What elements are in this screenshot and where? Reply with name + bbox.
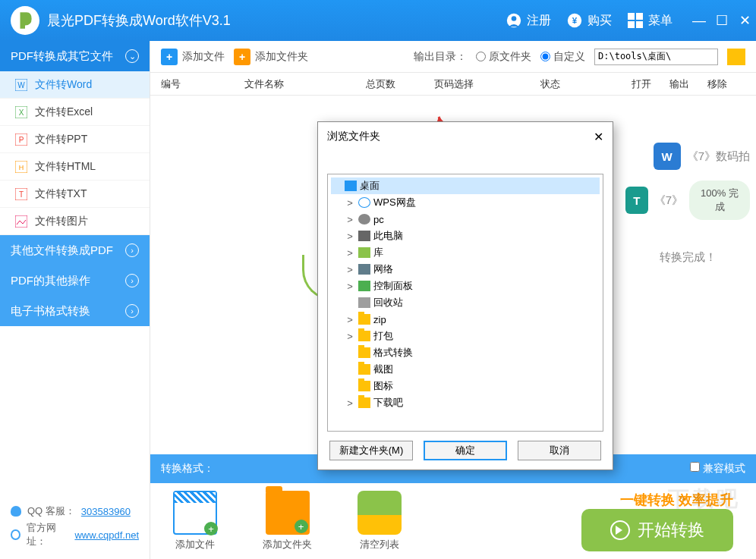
category-other-to-pdf[interactable]: 其他文件转换成PDF ›: [0, 235, 150, 265]
add-file-button[interactable]: + 添加文件: [161, 49, 225, 65]
word-icon: W: [15, 79, 27, 91]
folder-icon: [358, 314, 370, 325]
sidebar: PDF转换成其它文件 ⌄ W 文件转Word X 文件转Excel P 文件转P…: [0, 41, 150, 559]
browse-folder-button[interactable]: [727, 49, 745, 65]
website-link[interactable]: www.cqpdf.net: [74, 529, 139, 541]
start-convert-button[interactable]: 开始转换: [581, 509, 733, 551]
tree-item[interactable]: >WPS网盘: [331, 194, 600, 211]
ppt-icon: P: [15, 133, 27, 146]
bin-icon: [358, 297, 370, 308]
sidebar-item-ppt[interactable]: P 文件转PPT: [0, 126, 150, 153]
compat-checkbox[interactable]: 兼容模式: [690, 462, 745, 476]
svg-text:H: H: [19, 164, 24, 171]
ok-button[interactable]: 确定: [424, 441, 507, 460]
tree-item[interactable]: >库: [331, 244, 600, 261]
radio-source-folder[interactable]: 原文件夹: [476, 50, 531, 64]
image-icon: [15, 215, 27, 228]
close-button[interactable]: ✕: [733, 12, 756, 29]
output-path-input[interactable]: [594, 49, 718, 65]
app-logo: [11, 6, 39, 35]
lib-icon: [358, 247, 370, 258]
sidebar-item-excel[interactable]: X 文件转Excel: [0, 99, 150, 126]
sidebar-item-txt[interactable]: T 文件转TXT: [0, 181, 150, 208]
progress-pill: 100% 完成: [689, 181, 750, 220]
desktop-icon: [345, 181, 357, 191]
add-folder-button[interactable]: + 添加文件夹: [234, 49, 308, 65]
preview-panel: W 《7》数码拍 T 《7》 100% 完成 转换完成！: [619, 132, 756, 265]
big-clear-button[interactable]: 清空列表: [358, 491, 402, 551]
titlebar: 晨光PDF转换成Word软件V3.1 注册 ¥ 购买 菜单 — ☐ ✕: [0, 0, 756, 41]
dialog-close-button[interactable]: ✕: [594, 130, 603, 144]
apps-icon: [627, 12, 644, 29]
chevron-right-icon: ›: [125, 274, 139, 287]
svg-text:P: P: [19, 136, 24, 144]
category-pdf-ops[interactable]: PDF的其他操作 ›: [0, 265, 150, 296]
word-file-icon: W: [654, 143, 681, 170]
browse-folder-dialog: 浏览文件夹 ✕ 桌面>WPS网盘>pc>此电脑>库>网络>控制面板回收站>zip…: [317, 121, 613, 470]
tree-item[interactable]: 截图: [331, 361, 600, 378]
folder-icon: [358, 331, 370, 341]
yen-icon: ¥: [566, 12, 583, 29]
tree-item[interactable]: >此电脑: [331, 228, 600, 244]
result-chip-txt: T 《7》 100% 完成: [625, 181, 750, 220]
radio-custom-folder[interactable]: 自定义: [540, 50, 585, 64]
toolbar: + 添加文件 + 添加文件夹 输出目录： 原文件夹 自定义: [150, 41, 756, 73]
sidebar-item-word[interactable]: W 文件转Word: [0, 71, 150, 99]
pc-icon: [358, 214, 370, 225]
folder-icon: [358, 381, 370, 391]
txt-file-icon: T: [625, 187, 648, 214]
big-add-folder-button[interactable]: 添加文件夹: [263, 491, 312, 551]
html-icon: H: [15, 161, 27, 173]
column-header: 编号 文件名称 总页数 页码选择 状态 打开 输出 移除: [150, 73, 756, 96]
app-title: 晨光PDF转换成Word软件V3.1: [47, 11, 231, 30]
tree-item[interactable]: 桌面: [331, 177, 600, 194]
doc-plus-icon: [173, 491, 217, 535]
big-add-file-button[interactable]: 添加文件: [173, 491, 217, 551]
play-icon: [610, 520, 630, 540]
svg-rect-14: [15, 215, 27, 228]
folder-plus-icon: [266, 491, 310, 535]
dialog-titlebar: 浏览文件夹 ✕: [318, 122, 613, 151]
folder-tree[interactable]: 桌面>WPS网盘>pc>此电脑>库>网络>控制面板回收站>zip>打包格式转换截…: [327, 174, 603, 432]
excel-icon: X: [15, 106, 27, 118]
sidebar-item-image[interactable]: 文件转图片: [0, 208, 150, 235]
user-icon: [506, 12, 522, 29]
globe-icon: [11, 529, 20, 540]
category-ebook[interactable]: 电子书格式转换 ›: [0, 296, 150, 326]
sidebar-item-html[interactable]: H 文件转HTML: [0, 153, 150, 181]
qq-link[interactable]: 303583960: [81, 506, 131, 517]
buy-button[interactable]: ¥ 购买: [566, 12, 612, 29]
support-panel: QQ 客服：303583960 官方网址：www.cqpdf.net: [0, 494, 150, 559]
new-folder-button[interactable]: 新建文件夹(M): [329, 441, 413, 460]
tree-item[interactable]: 图标: [331, 378, 600, 394]
folder-icon: [358, 397, 370, 408]
tree-item[interactable]: >网络: [331, 261, 600, 278]
txt-icon: T: [15, 188, 27, 200]
plus-folder-icon: +: [234, 49, 250, 65]
maximize-button[interactable]: ☐: [710, 12, 733, 29]
chevron-down-icon: ⌄: [125, 49, 139, 63]
tree-item[interactable]: >zip: [331, 311, 600, 328]
slogan-text: 一键转换 效率提升: [581, 491, 733, 509]
cloud-icon: [358, 197, 370, 208]
cancel-button[interactable]: 取消: [518, 441, 601, 460]
tree-item[interactable]: 回收站: [331, 294, 600, 311]
net-icon: [358, 264, 370, 275]
category-pdf-to-other[interactable]: PDF转换成其它文件 ⌄: [0, 41, 150, 71]
tree-item[interactable]: >下载吧: [331, 394, 600, 411]
folder-icon: [358, 347, 370, 358]
plus-file-icon: +: [161, 49, 178, 65]
svg-text:¥: ¥: [572, 15, 578, 25]
minimize-button[interactable]: —: [688, 13, 710, 29]
comp-icon: [358, 231, 370, 241]
menu-button[interactable]: 菜单: [627, 12, 673, 29]
tree-item[interactable]: >pc: [331, 211, 600, 228]
svg-text:W: W: [17, 81, 25, 90]
folder-icon: [358, 364, 370, 375]
chevron-right-icon: ›: [125, 243, 139, 257]
svg-text:T: T: [19, 190, 24, 199]
tree-item[interactable]: 格式转换: [331, 344, 600, 361]
tree-item[interactable]: >控制面板: [331, 278, 600, 294]
tree-item[interactable]: >打包: [331, 328, 600, 344]
register-button[interactable]: 注册: [506, 12, 551, 29]
